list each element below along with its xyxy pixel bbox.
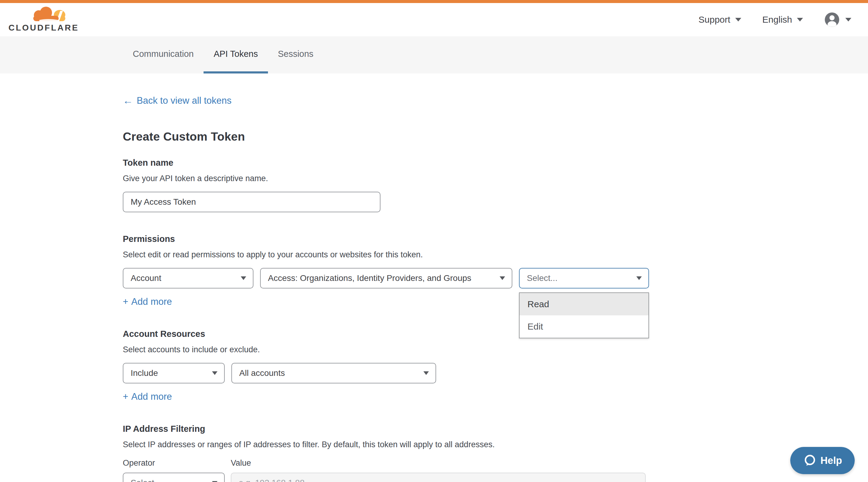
- chevron-down-icon: [500, 277, 505, 280]
- chevron-down-icon: [212, 371, 217, 375]
- tab-sessions[interactable]: Sessions: [268, 36, 323, 73]
- resource-accounts-value: All accounts: [239, 368, 285, 378]
- account-resources-heading: Account Resources: [123, 329, 868, 339]
- permissions-section: Permissions Select edit or read permissi…: [123, 234, 868, 307]
- permission-resource-value: Access: Organizations, Identity Provider…: [268, 274, 471, 283]
- back-link-label: Back to view all tokens: [137, 95, 232, 106]
- permission-level-select-wrap: Select... Read Edit: [519, 268, 649, 288]
- resource-mode-select[interactable]: Include: [123, 363, 225, 383]
- permission-level-select[interactable]: Select...: [519, 268, 649, 288]
- back-arrow-icon: ←: [123, 95, 133, 106]
- language-label: English: [763, 14, 792, 25]
- permissions-heading: Permissions: [123, 234, 868, 244]
- account-menu[interactable]: [824, 12, 851, 28]
- support-label: Support: [699, 14, 731, 25]
- account-resources-section: Account Resources Select accounts to inc…: [123, 329, 868, 402]
- account-resources-add-more-link[interactable]: + Add more: [123, 391, 172, 402]
- chevron-down-icon: [735, 18, 741, 22]
- chevron-down-icon: [636, 277, 642, 280]
- permission-scope-select[interactable]: Account: [123, 268, 253, 288]
- tab-communication[interactable]: Communication: [123, 36, 204, 73]
- resource-accounts-select[interactable]: All accounts: [231, 363, 436, 383]
- main-content: ← Back to view all tokens Create Custom …: [0, 73, 868, 482]
- permissions-add-more-link[interactable]: + Add more: [123, 296, 172, 307]
- tab-api-tokens[interactable]: API Tokens: [204, 36, 268, 73]
- chat-bubble-icon: [803, 454, 816, 467]
- chevron-down-icon: [241, 277, 246, 280]
- token-name-description: Give your API token a descriptive name.: [123, 174, 868, 183]
- ip-filtering-heading: IP Address Filtering: [123, 424, 868, 434]
- app-header: CLOUDFLARE Support English: [0, 3, 868, 36]
- help-label: Help: [820, 455, 842, 466]
- back-to-tokens-link[interactable]: ← Back to view all tokens: [123, 95, 868, 106]
- permission-scope-value: Account: [131, 274, 161, 283]
- plus-icon: +: [123, 391, 128, 402]
- value-label: Value: [231, 458, 251, 468]
- support-menu[interactable]: Support: [699, 14, 741, 25]
- ip-operator-placeholder: Select...: [131, 478, 161, 482]
- plus-icon: +: [123, 296, 128, 307]
- add-more-label: Add more: [131, 296, 172, 307]
- permission-level-placeholder: Select...: [527, 274, 557, 283]
- menu-option-edit[interactable]: Edit: [520, 315, 648, 338]
- resource-mode-value: Include: [131, 368, 158, 378]
- chevron-down-icon: [797, 18, 803, 22]
- operator-label: Operator: [123, 458, 231, 468]
- permission-resource-select[interactable]: Access: Organizations, Identity Provider…: [260, 268, 512, 288]
- ip-filtering-section: IP Address Filtering Select IP addresses…: [123, 424, 868, 482]
- chevron-down-icon: [424, 371, 429, 375]
- ip-value-input[interactable]: [231, 473, 646, 482]
- user-avatar-icon: [824, 12, 840, 28]
- token-name-input[interactable]: [123, 192, 380, 212]
- permissions-description: Select edit or read permissions to apply…: [123, 250, 868, 259]
- add-more-label: Add more: [131, 391, 172, 402]
- help-button[interactable]: Help: [790, 447, 855, 474]
- language-menu[interactable]: English: [763, 14, 803, 25]
- chevron-down-icon: [845, 18, 851, 22]
- cloudflare-cloud-icon: [30, 7, 66, 22]
- cloudflare-wordmark: CLOUDFLARE: [8, 23, 72, 33]
- token-name-heading: Token name: [123, 158, 868, 168]
- token-name-section: Token name Give your API token a descrip…: [123, 158, 868, 212]
- ip-filtering-description: Select IP addresses or ranges of IP addr…: [123, 440, 868, 449]
- permission-level-dropdown-menu: Read Edit: [519, 292, 649, 339]
- profile-tabbar: Communication API Tokens Sessions: [0, 36, 868, 73]
- account-resources-description: Select accounts to include or exclude.: [123, 345, 868, 354]
- brand-accent-bar: [0, 0, 868, 3]
- page-title: Create Custom Token: [123, 130, 868, 143]
- menu-option-read[interactable]: Read: [520, 293, 648, 315]
- ip-operator-select[interactable]: Select...: [123, 473, 225, 482]
- cloudflare-logo[interactable]: CLOUDFLARE: [8, 7, 72, 33]
